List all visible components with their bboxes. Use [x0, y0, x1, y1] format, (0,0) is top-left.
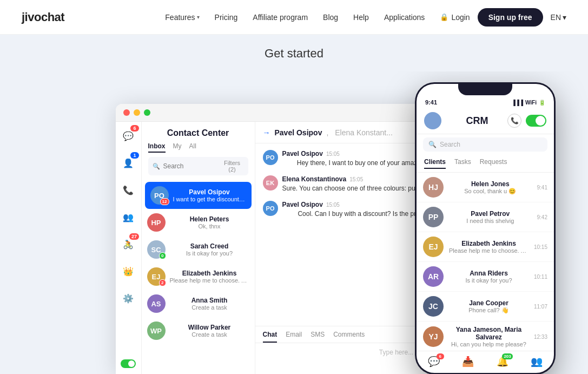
contact-item[interactable]: SC 0 Sarah Creed Is it okay for you?: [142, 236, 255, 263]
nav-help[interactable]: Help: [353, 13, 369, 22]
language-selector[interactable]: EN ▾: [551, 13, 566, 22]
contact-info: Elizabeth Jenkins Please help me to choo…: [449, 240, 528, 254]
sidebar-contacts-icon[interactable]: 👤 1: [120, 154, 137, 172]
avatar: SC 0: [147, 240, 166, 259]
contact-search-bar: 🔍 Filters (2): [148, 157, 248, 175]
msg-time: 15:05: [349, 176, 363, 182]
window-minimize-dot[interactable]: [134, 109, 140, 116]
list-item[interactable]: EJ Elizabeth Jenkins Please help me to c…: [417, 232, 554, 262]
window-maximize-dot[interactable]: [144, 109, 150, 116]
chat-tab-chat[interactable]: Chat: [263, 331, 278, 343]
contact-time: 10:11: [534, 274, 547, 280]
contact-item[interactable]: HP Helen Peters Ok, thnx: [142, 209, 255, 236]
inbox-icon: 📥: [462, 356, 474, 368]
phone-call-button[interactable]: 📞: [507, 114, 521, 128]
chat-contact-name: Pavel Osipov: [275, 128, 322, 137]
tab-inbox[interactable]: Inbox: [148, 142, 166, 153]
phone-search-bar[interactable]: 🔍 Search: [423, 137, 547, 152]
phone-tab-clients[interactable]: Clients: [424, 158, 446, 169]
list-item[interactable]: PP Pavel Petrov I need this shelvig 9:42: [417, 202, 554, 232]
sidebar-icons: 💬 6 👤 1 📞 👥 🚴 27: [116, 122, 142, 374]
nav-pricing[interactable]: Pricing: [215, 13, 238, 22]
avatar: YJ: [423, 326, 444, 347]
chat-tab-email[interactable]: Email: [286, 331, 302, 343]
phone-tab-tasks[interactable]: Tasks: [454, 158, 471, 169]
nav-actions: 🔒 Login Sign up free EN ▾: [440, 8, 566, 27]
chat-tab-comments[interactable]: Comments: [333, 331, 365, 343]
contact-item[interactable]: PO 12 Pavel Osipov I want to get the dis…: [145, 182, 252, 209]
sidebar-toggle[interactable]: [121, 359, 136, 368]
contact-item[interactable]: AS Anna Smith Create a task: [142, 290, 255, 317]
sidebar-phone-icon[interactable]: 📞: [120, 181, 137, 199]
contact-preview: Is it okay for you?: [449, 277, 528, 284]
contact-search-input[interactable]: [163, 162, 217, 170]
signup-button[interactable]: Sign up free: [478, 8, 543, 27]
phone-nav-notifications[interactable]: 🔔 203: [497, 356, 508, 368]
tab-my[interactable]: My: [173, 142, 182, 153]
contact-name: Helen Peters: [170, 215, 249, 223]
contact-name: Yana Jameson, Maria Salvarez: [449, 326, 528, 341]
list-item[interactable]: JC Jane Cooper Phone call? 👋 11:07: [417, 292, 554, 321]
sidebar-stats-icon[interactable]: 🚴 27: [120, 235, 137, 253]
chat-tab-sms[interactable]: SMS: [310, 331, 325, 343]
phone-contacts: HJ Helen Jones So cool, thank u 😊 9:41 P…: [417, 173, 554, 351]
login-button[interactable]: 🔒 Login: [440, 13, 470, 22]
list-item[interactable]: YJ Yana Jameson, Maria Salvarez Hi, can …: [417, 321, 554, 351]
nav-applications[interactable]: Applications: [384, 13, 425, 22]
sidebar-team-icon[interactable]: 👥: [120, 208, 137, 226]
contact-info: Anna Smith Create a task: [170, 297, 249, 311]
phone-notch: [458, 82, 512, 95]
contact-item[interactable]: WP Willow Parker Create a task: [142, 317, 255, 344]
contact-badge: 0: [159, 252, 166, 259]
contact-time: 11:07: [534, 304, 547, 310]
phone-app-title: CRM: [447, 115, 507, 127]
list-item[interactable]: HJ Helen Jones So cool, thank u 😊 9:41: [417, 173, 554, 202]
nav-affiliate[interactable]: Affiliate program: [253, 13, 308, 22]
contact-preview: Is it okay for you?: [170, 250, 249, 257]
nav-features[interactable]: Features ▾: [165, 13, 199, 22]
phone-toggle[interactable]: [526, 115, 546, 127]
logo[interactable]: jivochat: [22, 10, 64, 24]
phone-nav-chat[interactable]: 💬 6: [428, 356, 440, 368]
contact-preview: Hi, can you help me please?: [449, 341, 528, 347]
contact-preview: I need this shelvig: [449, 218, 532, 224]
phone-mockup: 9:41 ▐▐▐ WiFi 🔋 CRM 📞 🔍: [415, 82, 556, 374]
phone-nav-inbox[interactable]: 📥: [462, 356, 474, 368]
contact-item[interactable]: EJ 2 Elizabeth Jenkins Please help me to…: [142, 263, 255, 290]
contact-badge: 12: [160, 198, 169, 205]
nav-blog[interactable]: Blog: [323, 13, 338, 22]
contact-name: Anna Smith: [170, 297, 249, 304]
chat-nav-badge: 6: [437, 353, 444, 359]
list-item[interactable]: AR Anna Riders Is it okay for you? 10:11: [417, 262, 554, 292]
contact-name: Pavel Osipov: [173, 188, 246, 196]
sidebar-chat-icon[interactable]: 💬 6: [120, 127, 137, 145]
contact-name: Anna Riders: [449, 270, 528, 277]
nav-links: Features ▾ Pricing Affiliate program Blo…: [165, 13, 425, 22]
contact-name: Pavel Petrov: [449, 210, 532, 218]
contact-list: Contact Center Inbox My All 🔍 Filters (2…: [142, 122, 255, 374]
search-icon: 🔍: [153, 163, 160, 170]
phone-tab-requests[interactable]: Requests: [480, 158, 507, 169]
contact-name: Sarah Creed: [170, 242, 249, 250]
phone-nav-team[interactable]: 👥: [531, 356, 543, 368]
sidebar-crown-icon[interactable]: 👑: [120, 263, 137, 280]
avatar: PP: [423, 207, 444, 227]
contact-time: 9:42: [537, 214, 547, 220]
notification-badge: 203: [502, 353, 512, 359]
hero-title: Get started: [0, 47, 588, 61]
contact-preview: Please help me to choose. And do you del…: [170, 277, 249, 284]
filter-label[interactable]: Filters (2): [221, 160, 244, 173]
msg-time: 15:05: [326, 151, 340, 157]
phone-subtabs: Clients Tasks Requests: [417, 155, 554, 173]
chat-contact-sub: Elena Konstant...: [335, 128, 393, 137]
tab-all[interactable]: All: [189, 142, 196, 153]
contact-info: Pavel Osipov I want to get the discount …: [173, 188, 246, 202]
contact-items: PO 12 Pavel Osipov I want to get the dis…: [142, 182, 255, 374]
avatar: EJ: [423, 237, 444, 257]
sidebar-settings-icon[interactable]: ⚙️: [120, 290, 137, 307]
avatar: PO: [263, 150, 278, 165]
window-close-dot[interactable]: [123, 109, 130, 116]
arrow-icon: →: [263, 128, 270, 137]
contact-preview: Ok, thnx: [170, 223, 249, 229]
avatar: PO 12: [150, 186, 169, 205]
